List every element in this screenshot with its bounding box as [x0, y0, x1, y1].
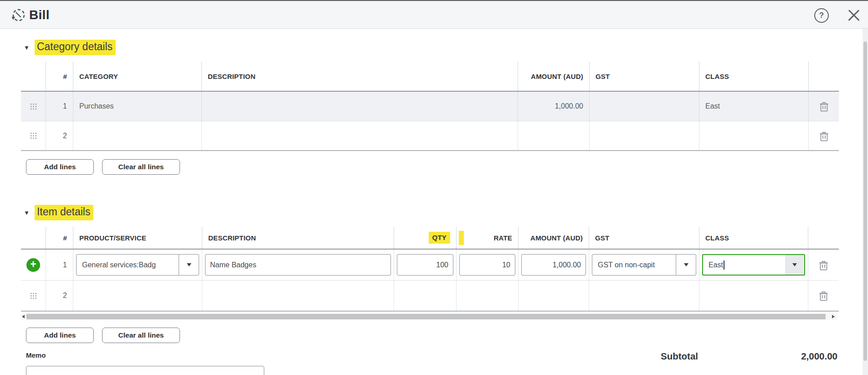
trash-column-header — [808, 227, 839, 249]
delete-row-icon[interactable] — [808, 281, 839, 311]
class-dropdown-focused[interactable]: East — [702, 254, 805, 276]
add-row-cell: + — [21, 250, 46, 280]
delete-row-icon[interactable] — [808, 250, 839, 280]
clear-all-lines-button[interactable]: Clear all lines — [102, 328, 180, 343]
product-service-value[interactable]: General services:Badg — [77, 255, 179, 275]
product-service-dropdown[interactable]: General services:Badg — [76, 254, 199, 276]
row-number: 1 — [46, 92, 73, 121]
qty-cell: 100 — [394, 250, 456, 280]
horizontal-scrollbar[interactable] — [21, 313, 837, 320]
drag-handle-icon[interactable] — [21, 92, 46, 121]
subtotal-row: Subtotal 2,000.00 — [661, 351, 837, 362]
collapse-triangle-icon[interactable]: ▼ — [24, 209, 30, 216]
col-num: # — [46, 62, 73, 91]
trash-column-header — [808, 62, 839, 91]
amount-cell[interactable]: 1,000.00 — [518, 92, 589, 121]
qty-cell[interactable] — [394, 281, 456, 311]
amount-cell[interactable] — [518, 281, 589, 311]
category-cell[interactable]: Purchases — [73, 92, 201, 121]
category-cell[interactable] — [73, 121, 201, 150]
description-cell: Name Badges — [202, 250, 394, 280]
category-buttons: Add lines Clear all lines — [26, 159, 180, 175]
drag-column-header — [21, 62, 46, 91]
class-cell: East — [699, 250, 808, 280]
add-lines-button[interactable]: Add lines — [26, 328, 94, 343]
drag-handle-icon[interactable] — [21, 281, 46, 311]
clear-all-lines-button[interactable]: Clear all lines — [102, 159, 180, 175]
col-qty: QTY — [394, 227, 456, 249]
category-row-1[interactable]: 1 Purchases 1,000.00 East — [21, 92, 839, 121]
col-amount: AMOUNT (AUD) — [518, 62, 589, 91]
col-product: PRODUCT/SERVICE — [73, 227, 202, 249]
class-cell[interactable] — [699, 121, 808, 150]
col-gst: GST — [589, 62, 699, 91]
gst-cell[interactable] — [589, 121, 699, 150]
item-row-1[interactable]: + 1 General services:Badg Name Badges 10… — [21, 250, 839, 281]
item-table-header: # PRODUCT/SERVICE DESCRIPTION QTY RATE A… — [21, 227, 839, 250]
item-table: # PRODUCT/SERVICE DESCRIPTION QTY RATE A… — [21, 227, 839, 312]
app-header: Bill ? — [0, 1, 868, 29]
amount-cell[interactable] — [518, 121, 589, 150]
dropdown-arrow-icon[interactable] — [676, 255, 696, 275]
description-cell[interactable] — [201, 121, 518, 150]
rate-cell[interactable] — [456, 281, 518, 311]
col-class: CLASS — [699, 227, 808, 249]
row-number: 1 — [46, 250, 73, 280]
category-table-header: # CATEGORY DESCRIPTION AMOUNT (AUD) GST … — [21, 62, 839, 92]
add-row-plus-icon[interactable]: + — [26, 258, 40, 272]
row-number: 2 — [46, 121, 73, 150]
col-amount: AMOUNT (AUD) — [518, 227, 589, 249]
collapse-triangle-icon[interactable]: ▼ — [24, 44, 30, 51]
subtotal-value: 2,000.00 — [801, 351, 837, 362]
description-cell[interactable] — [202, 281, 394, 311]
dropdown-arrow-icon[interactable] — [785, 255, 804, 275]
col-category: CATEGORY — [73, 62, 201, 91]
gst-cell[interactable] — [589, 92, 699, 121]
amount-input[interactable]: 1,000.00 — [521, 254, 586, 276]
memo-input[interactable] — [26, 366, 264, 375]
category-details-title: Category details — [35, 40, 116, 55]
vertical-scrollbar-thumb[interactable] — [863, 42, 867, 361]
class-cell[interactable] — [699, 281, 808, 311]
category-details-header[interactable]: ▼ Category details — [24, 40, 116, 55]
rate-input[interactable]: 10 — [459, 254, 515, 276]
item-row-2[interactable]: 2 — [21, 281, 839, 312]
horizontal-scrollbar-thumb[interactable] — [26, 314, 826, 319]
class-value[interactable]: East — [703, 255, 785, 275]
product-service-cell: General services:Badg — [73, 250, 202, 280]
bill-history-icon — [10, 7, 26, 24]
amount-cell: 1,000.00 — [518, 250, 589, 280]
gst-cell[interactable] — [589, 281, 699, 311]
memo-label: Memo — [26, 351, 46, 359]
product-service-cell[interactable] — [73, 281, 202, 311]
drag-handle-icon[interactable] — [21, 121, 46, 150]
vertical-scrollbar[interactable] — [863, 29, 868, 375]
item-details-title: Item details — [35, 205, 94, 220]
dropdown-arrow-icon[interactable] — [179, 255, 199, 275]
help-icon[interactable]: ? — [814, 8, 829, 23]
qty-header-highlight: QTY — [429, 232, 450, 244]
row-number: 2 — [46, 281, 73, 311]
col-description: DESCRIPTION — [201, 62, 518, 91]
description-input[interactable]: Name Badges — [205, 254, 391, 276]
help-glyph: ? — [819, 11, 824, 20]
add-lines-button[interactable]: Add lines — [26, 159, 94, 175]
close-icon[interactable] — [846, 8, 862, 23]
col-num: # — [46, 227, 73, 249]
col-class: CLASS — [699, 62, 808, 91]
description-cell[interactable] — [201, 92, 518, 121]
scroll-right-icon[interactable] — [832, 315, 835, 318]
col-description: DESCRIPTION — [202, 227, 394, 249]
category-row-2[interactable]: 2 — [21, 121, 839, 151]
subtotal-label: Subtotal — [661, 351, 698, 362]
delete-row-icon[interactable] — [808, 92, 839, 121]
class-cell[interactable]: East — [699, 92, 808, 121]
scroll-left-icon[interactable] — [22, 315, 25, 318]
col-rate: RATE — [456, 227, 518, 249]
delete-row-icon[interactable] — [808, 121, 839, 150]
gst-dropdown[interactable]: GST on non-capit — [592, 254, 696, 276]
col-gst: GST — [589, 227, 699, 249]
item-details-header[interactable]: ▼ Item details — [24, 205, 93, 220]
qty-input[interactable]: 100 — [397, 254, 453, 276]
gst-value[interactable]: GST on non-capit — [592, 255, 676, 275]
